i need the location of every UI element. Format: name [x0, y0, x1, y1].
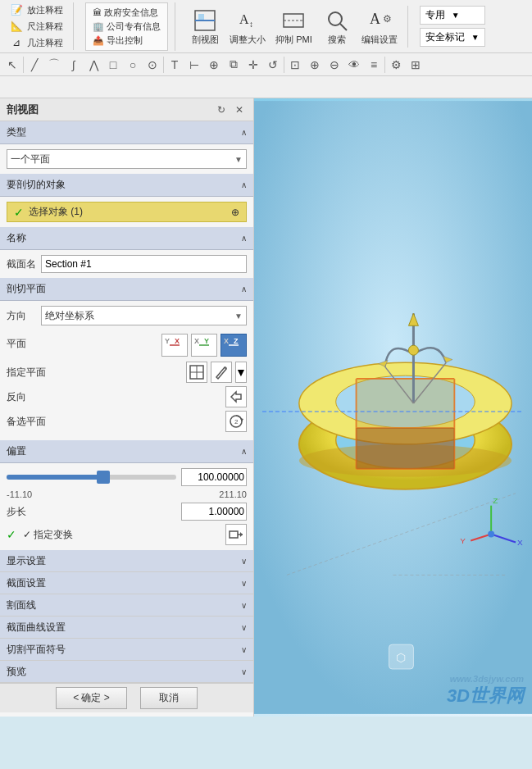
reverse-btn[interactable] — [225, 386, 247, 407]
ellipse-icon[interactable]: ⊙ — [143, 56, 161, 74]
section-curve-section: 截面曲线设置 ∨ — [0, 617, 253, 639]
offset-section-header[interactable]: 偏置 ∧ — [0, 440, 253, 463]
offset-content: -11.10 211.10 步长 ✓ ✓ 指定变换 — [0, 463, 253, 550]
security-item-1[interactable]: 🏛 政府安全信息 — [93, 7, 161, 19]
dropdown-2[interactable]: 安全标记 ▼ — [420, 28, 485, 47]
security-items: 🏛 政府安全信息 🏢 公司专有信息 📤 导出控制 — [85, 2, 168, 51]
name-section-header[interactable]: 名称 ∧ — [0, 227, 253, 250]
viewport[interactable]: X Z Y ⬡ www.3dsjyw.com 3D世界网 — [254, 98, 532, 717]
type-select[interactable]: 一个平面 ▼ — [7, 149, 247, 169]
target-icon: ⊕ — [231, 207, 239, 218]
zoom-out-icon[interactable]: ⊖ — [325, 56, 343, 74]
icon-strip: ↖ ╱ ⌒ ∫ ⋀ □ ○ ⊙ T ⊢ ⊕ ⧉ ✛ ↺ ⊡ ⊕ ⊖ 👁 ≡ ⚙ … — [0, 53, 532, 76]
specify-plane-btn-1[interactable] — [186, 362, 207, 383]
view-icon[interactable]: 👁 — [345, 56, 363, 74]
objects-section-header[interactable]: 要剖切的对象 ∧ — [0, 174, 253, 197]
suppress-pmi-btn[interactable]: 抑制 PMI — [272, 6, 316, 48]
cut-line-header[interactable]: 割面线 ∨ — [0, 594, 253, 616]
step-input[interactable] — [181, 503, 247, 521]
panel-header: 剖视图 ↻ ✕ — [0, 98, 253, 121]
section-curve-arrow: ∨ — [241, 623, 247, 632]
dropdown-1-arrow: ▼ — [452, 11, 460, 20]
offset-section-arrow: ∧ — [241, 447, 247, 456]
settings-icon[interactable]: ⚙ — [387, 56, 405, 74]
svg-text:A: A — [370, 11, 380, 27]
panel-refresh-icon[interactable]: ↻ — [214, 102, 229, 117]
security-icon-2: 🏢 — [93, 21, 104, 31]
svg-point-7 — [329, 12, 342, 25]
note-icon-2: 📐 — [10, 20, 23, 33]
curve-icon[interactable]: ∫ — [65, 56, 83, 74]
type-dropdown-arrow: ▼ — [234, 155, 243, 164]
cancel-button[interactable]: 取消 — [140, 687, 198, 709]
specify-plane-row: 指定平面 ▼ — [7, 362, 247, 383]
plane-z-btn[interactable]: X Z — [221, 334, 247, 357]
offset-slider-track[interactable] — [7, 475, 176, 480]
offset-slider-thumb[interactable] — [97, 471, 110, 484]
display-settings-header[interactable]: 显示设置 ∨ — [0, 550, 253, 571]
zoom-fit-icon[interactable]: ⊡ — [286, 56, 304, 74]
section-view-btn[interactable]: 剖视图 — [187, 6, 223, 48]
polyline-icon[interactable]: ⋀ — [84, 56, 102, 74]
security-item-3[interactable]: 📤 导出控制 — [93, 34, 161, 47]
arc-icon[interactable]: ⌒ — [45, 56, 63, 74]
plane-y-btn[interactable]: X Y — [191, 334, 217, 357]
resize-icon: A ↕ — [234, 7, 261, 34]
type-section-header[interactable]: 类型 ∧ — [0, 121, 253, 144]
preview-header[interactable]: 预览 ∨ — [0, 661, 253, 682]
section-name-label: 截面名 — [7, 257, 36, 271]
plane-label: 平面 — [7, 337, 36, 351]
plane-x-btn[interactable]: Y X — [161, 334, 188, 357]
section-name-input[interactable] — [41, 255, 247, 273]
section-settings-header[interactable]: 截面设置 ∨ — [0, 572, 253, 594]
toolbar-item-1[interactable]: 📝 放注释程 — [7, 2, 66, 17]
text-icon[interactable]: T — [166, 56, 184, 74]
resize-btn[interactable]: A ↕ 调整大小 — [226, 6, 269, 48]
confirm-button[interactable]: < 确定 > — [56, 687, 127, 709]
select-object-button[interactable]: ✓ 选择对象 (1) ⊕ — [7, 202, 247, 222]
circle-icon[interactable]: ○ — [124, 56, 142, 74]
svg-marker-45 — [357, 379, 455, 428]
section-curve-header[interactable]: 截面曲线设置 ∨ — [0, 617, 253, 638]
svg-text:Y: Y — [460, 537, 466, 546]
specify-plane-btn-2[interactable] — [211, 362, 232, 383]
svg-point-47 — [408, 345, 418, 355]
dropdown-1[interactable]: 专用 ▼ — [420, 6, 485, 25]
layers-icon[interactable]: ≡ — [365, 56, 383, 74]
copy-icon[interactable]: ⧉ — [225, 56, 243, 74]
svg-text:Y: Y — [165, 337, 170, 345]
backup-plane-btn[interactable]: 2 — [225, 411, 247, 432]
svg-line-8 — [340, 24, 347, 30]
cut-plane-symbol-header[interactable]: 切割平面符号 ∨ — [0, 639, 253, 660]
toolbar-item-2[interactable]: 📐 尺注释程 — [7, 19, 66, 34]
toolbar-row1: 📝 放注释程 📐 尺注释程 ⊿ 几注释程 🏛 政府安全信息 — [0, 0, 532, 53]
search-btn[interactable]: 搜索 — [319, 6, 355, 48]
dimension-icon[interactable]: ⊢ — [185, 56, 203, 74]
draw-line-icon[interactable]: ╱ — [25, 56, 43, 74]
step-label: 步长 — [7, 505, 26, 519]
panel-close-icon[interactable]: ✕ — [232, 102, 247, 117]
name-section-label: 名称 — [7, 231, 26, 245]
cut-plane-symbol-arrow: ∨ — [241, 645, 247, 654]
grid-icon[interactable]: ⊞ — [407, 56, 425, 74]
toolbar-item-3[interactable]: ⊿ 几注释程 — [7, 35, 66, 50]
section-settings-label: 截面设置 — [7, 576, 46, 590]
security-item-2[interactable]: 🏢 公司专有信息 — [93, 20, 161, 33]
cursor-icon[interactable]: ↖ — [3, 56, 21, 74]
move-icon[interactable]: ✛ — [244, 56, 262, 74]
note-icon-1: 📝 — [10, 3, 23, 16]
divider-1 — [23, 57, 24, 73]
edit-settings-btn[interactable]: A ⚙ 编辑设置 — [358, 6, 401, 48]
search-icon — [324, 7, 350, 34]
rotate-icon[interactable]: ↺ — [264, 56, 282, 74]
snap-icon[interactable]: ⊕ — [205, 56, 223, 74]
cut-plane-section-header[interactable]: 剖切平面 ∧ — [0, 278, 253, 301]
specify-plane-dropdown[interactable]: ▼ — [235, 362, 247, 383]
rect-icon[interactable]: □ — [104, 56, 122, 74]
direction-select[interactable]: 绝对坐标系 ▼ — [41, 306, 247, 325]
offset-value-input[interactable] — [181, 468, 247, 486]
watermark: www.3dsjyw.com 3D世界网 — [447, 674, 524, 708]
transform-btn[interactable] — [225, 524, 247, 545]
objects-section-arrow: ∧ — [241, 180, 247, 189]
zoom-in-icon[interactable]: ⊕ — [306, 56, 324, 74]
